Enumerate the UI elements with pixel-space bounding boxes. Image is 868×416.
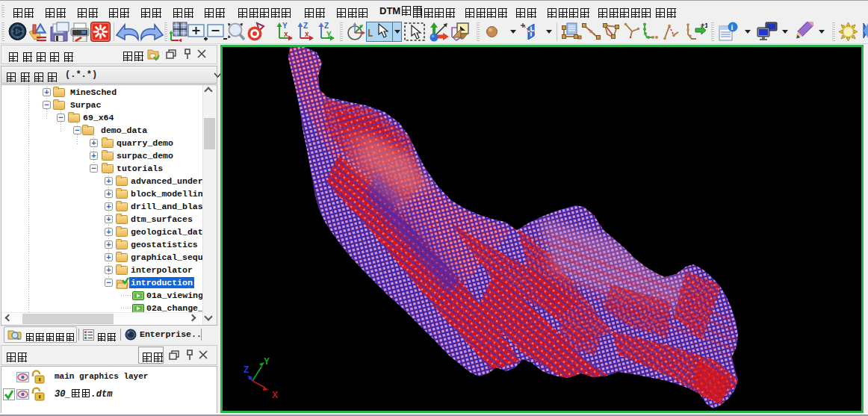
svg-text:Y: Y [282,22,288,30]
svg-text:Y: Y [264,356,270,367]
svg-text:x: x [305,30,309,38]
svg-text:Z: Z [303,22,308,30]
svg-text:i: i [731,23,734,31]
svg-text:+1: +1 [701,22,707,29]
svg-text:Y: Y [326,31,332,39]
svg-text:Z: Z [244,364,249,375]
svg-text:X: X [272,390,278,400]
svg-text:x: x [284,30,288,38]
svg-text:Z: Z [324,22,329,30]
